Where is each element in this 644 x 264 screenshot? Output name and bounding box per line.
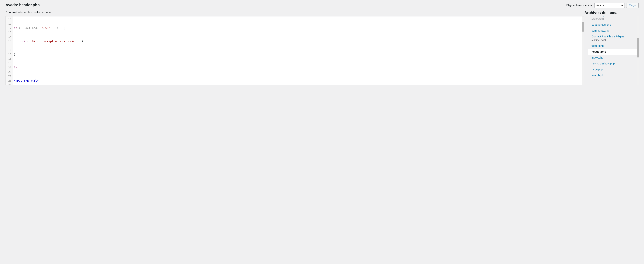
file-item-label: buddypress.php [592, 23, 611, 26]
file-item-blank[interactable]: Blank Page Plantilla de Página (blank.ph… [588, 16, 638, 22]
file-item-sub: (blank.php) [592, 18, 637, 20]
line-number: 10 [6, 17, 12, 22]
line-number: 14 [6, 34, 12, 39]
code-editor[interactable]: 10 11 12 13 14 15 16 17 18 19 20 21 22 2… [6, 16, 584, 85]
file-item-label: header.php [592, 50, 606, 53]
files-heading: Archivos del tema [584, 10, 638, 15]
file-item-footer[interactable]: footer.php [588, 43, 638, 49]
line-number: 20 [6, 65, 12, 70]
line-number: 17 [6, 52, 12, 56]
line-number [6, 43, 12, 48]
line-number-gutter: 10 11 12 13 14 15 16 17 18 19 20 21 22 2… [6, 16, 13, 85]
theme-select[interactable]: Avada [594, 3, 625, 8]
code-line: <!DOCTYPE html> [14, 78, 581, 83]
editor-section-label: Contenido del archivo seleccionado: [6, 10, 52, 14]
theme-selector: Elige el tema a editar: Avada Elegir [566, 3, 638, 8]
file-item-header-active[interactable]: header.php [588, 49, 638, 55]
line-number: 22 [6, 74, 12, 78]
line-number: 23 [6, 78, 12, 83]
file-item-contact[interactable]: Contact Plantilla de Página (contact.php… [588, 34, 638, 43]
code-line: exit( 'Direct script access denied.' ); [14, 39, 581, 43]
theme-editor-wrap: Avada: header.php Elige el tema a editar… [0, 0, 644, 88]
sidebar-scrollbar-thumb[interactable] [637, 38, 639, 58]
code-line: ?> [14, 65, 581, 70]
file-item-buddypress[interactable]: buddypress.php [588, 22, 638, 28]
file-item-label: comments.php [592, 29, 610, 32]
file-item-new-slideshow[interactable]: new-slideshow.php [588, 60, 638, 66]
line-number: 24 [6, 83, 12, 85]
sidebar-scrollbar[interactable] [637, 16, 639, 85]
code-line: } [14, 52, 581, 56]
file-item-label: new-slideshow.php [592, 62, 615, 65]
editor-scrollbar[interactable] [582, 16, 584, 85]
code-line: if ( ! defined( 'ABSPATH' ) ) { [14, 26, 581, 30]
file-item-label: Contact Plantilla de Página [592, 35, 624, 38]
file-item-sub: (contact.php) [592, 39, 637, 42]
line-number: 19 [6, 61, 12, 65]
theme-file-list: Blank Page Plantilla de Página (blank.ph… [588, 16, 638, 78]
file-item-comments[interactable]: comments.php [588, 28, 638, 34]
line-number: 11 [6, 22, 12, 26]
file-item-search[interactable]: search.php [588, 72, 638, 78]
line-number: 15 [6, 39, 12, 43]
file-item-label: search.php [592, 74, 605, 77]
line-number: 16 [6, 48, 12, 52]
section-row: Contenido del archivo seleccionado: Arch… [6, 10, 638, 15]
file-item-label: Blank Page Plantilla de Página [592, 16, 629, 17]
editor-columns: 10 11 12 13 14 15 16 17 18 19 20 21 22 2… [6, 16, 638, 85]
line-number: 18 [6, 56, 12, 61]
file-item-label: index.php [592, 56, 604, 59]
page-title: Avada: header.php [6, 3, 40, 7]
header-row: Avada: header.php Elige el tema a editar… [6, 3, 638, 8]
line-number: 13 [6, 30, 12, 34]
file-item-page[interactable]: page.php [588, 66, 638, 72]
theme-selector-label: Elige el tema a editar: [566, 4, 593, 7]
file-item-label: page.php [592, 68, 603, 71]
editor-scrollbar-thumb[interactable] [582, 22, 584, 32]
file-item-label: footer.php [592, 44, 604, 47]
file-item-index[interactable]: index.php [588, 55, 638, 60]
line-number: 12 [6, 26, 12, 30]
theme-files-sidebar: Blank Page Plantilla de Página (blank.ph… [584, 16, 638, 85]
code-content[interactable]: if ( ! defined( 'ABSPATH' ) ) { exit( 'D… [13, 16, 582, 85]
line-number: 21 [6, 70, 12, 74]
choose-theme-button[interactable]: Elegir [626, 3, 638, 8]
